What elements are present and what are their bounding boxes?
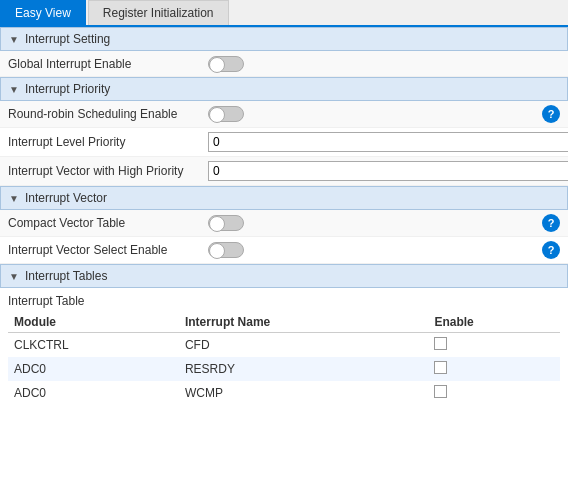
- compact-vector-toggle[interactable]: [208, 215, 244, 231]
- level-priority-control: [208, 132, 568, 152]
- vector-select-help-icon[interactable]: ?: [542, 241, 560, 259]
- section-interrupt-vector-label: Interrupt Vector: [25, 191, 107, 205]
- enable-checkbox[interactable]: [434, 385, 447, 398]
- main-content: ▼ Interrupt Setting Global Interrupt Ena…: [0, 27, 568, 501]
- chevron-down-icon: ▼: [9, 34, 19, 45]
- table-cell-interrupt-name: CFD: [179, 333, 428, 358]
- round-robin-help-icon[interactable]: ?: [542, 105, 560, 123]
- tab-register-initialization[interactable]: Register Initialization: [88, 0, 229, 25]
- section-interrupt-setting[interactable]: ▼ Interrupt Setting: [0, 27, 568, 51]
- tab-bar: Easy View Register Initialization: [0, 0, 568, 27]
- interrupt-table: Module Interrupt Name Enable CLKCTRLCFDA…: [8, 312, 560, 405]
- chevron-down-icon-4: ▼: [9, 271, 19, 282]
- compact-vector-control: [208, 215, 534, 231]
- interrupt-table-title: Interrupt Table: [8, 294, 560, 308]
- global-interrupt-enable-row: Global Interrupt Enable: [0, 51, 568, 77]
- table-header-row: Module Interrupt Name Enable: [8, 312, 560, 333]
- table-cell-module: ADC0: [8, 381, 179, 405]
- section-interrupt-vector[interactable]: ▼ Interrupt Vector: [0, 186, 568, 210]
- section-interrupt-priority-label: Interrupt Priority: [25, 82, 110, 96]
- table-row: ADC0RESRDY: [8, 357, 560, 381]
- round-robin-toggle[interactable]: [208, 106, 244, 122]
- global-interrupt-enable-control: [208, 56, 560, 72]
- enable-checkbox[interactable]: [434, 361, 447, 374]
- vector-high-priority-row: Interrupt Vector with High Priority ?: [0, 157, 568, 186]
- section-interrupt-setting-label: Interrupt Setting: [25, 32, 110, 46]
- level-priority-label: Interrupt Level Priority: [8, 135, 208, 149]
- section-interrupt-tables-label: Interrupt Tables: [25, 269, 108, 283]
- vector-high-priority-input[interactable]: [208, 161, 568, 181]
- chevron-down-icon-3: ▼: [9, 193, 19, 204]
- table-cell-enable: [428, 381, 560, 405]
- table-cell-module: ADC0: [8, 357, 179, 381]
- col-module: Module: [8, 312, 179, 333]
- table-cell-module: CLKCTRL: [8, 333, 179, 358]
- compact-vector-help-icon[interactable]: ?: [542, 214, 560, 232]
- table-row: CLKCTRLCFD: [8, 333, 560, 358]
- vector-high-priority-label: Interrupt Vector with High Priority: [8, 164, 208, 178]
- col-enable: Enable: [428, 312, 560, 333]
- tab-easy-view[interactable]: Easy View: [0, 0, 86, 25]
- section-interrupt-tables[interactable]: ▼ Interrupt Tables: [0, 264, 568, 288]
- table-cell-enable: [428, 333, 560, 358]
- level-priority-input[interactable]: [208, 132, 568, 152]
- global-interrupt-enable-label: Global Interrupt Enable: [8, 57, 208, 71]
- vector-select-label: Interrupt Vector Select Enable: [8, 243, 208, 257]
- compact-vector-label: Compact Vector Table: [8, 216, 208, 230]
- table-cell-interrupt-name: RESRDY: [179, 357, 428, 381]
- chevron-down-icon-2: ▼: [9, 84, 19, 95]
- table-cell-enable: [428, 357, 560, 381]
- vector-select-row: Interrupt Vector Select Enable ?: [0, 237, 568, 264]
- compact-vector-row: Compact Vector Table ?: [0, 210, 568, 237]
- enable-checkbox[interactable]: [434, 337, 447, 350]
- col-interrupt-name: Interrupt Name: [179, 312, 428, 333]
- round-robin-label: Round-robin Scheduling Enable: [8, 107, 208, 121]
- global-interrupt-enable-toggle[interactable]: [208, 56, 244, 72]
- table-row: ADC0WCMP: [8, 381, 560, 405]
- level-priority-row: Interrupt Level Priority ?: [0, 128, 568, 157]
- section-interrupt-priority[interactable]: ▼ Interrupt Priority: [0, 77, 568, 101]
- vector-select-toggle[interactable]: [208, 242, 244, 258]
- round-robin-control: [208, 106, 534, 122]
- table-cell-interrupt-name: WCMP: [179, 381, 428, 405]
- interrupt-tables-section: Interrupt Table Module Interrupt Name En…: [0, 288, 568, 405]
- vector-select-control: [208, 242, 534, 258]
- vector-high-priority-control: [208, 161, 568, 181]
- round-robin-row: Round-robin Scheduling Enable ?: [0, 101, 568, 128]
